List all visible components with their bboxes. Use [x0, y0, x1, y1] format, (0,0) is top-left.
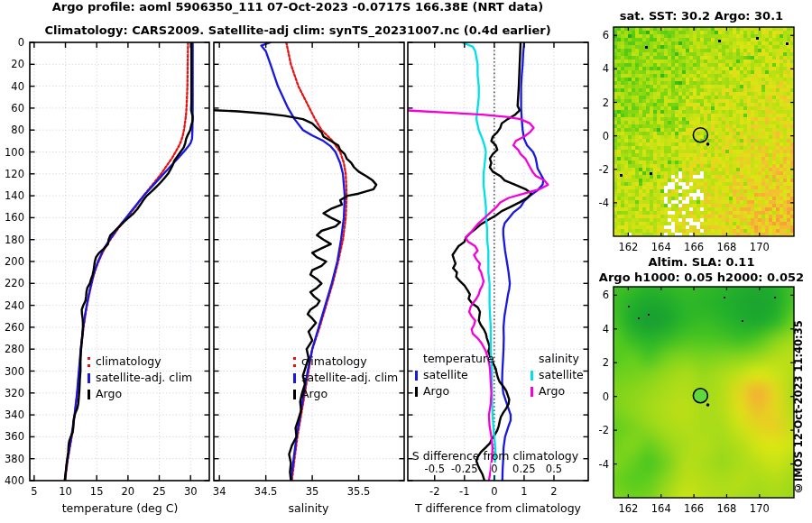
- svg-text:120: 120: [5, 168, 24, 180]
- series-t-satellite: [503, 42, 544, 481]
- svg-text:25: 25: [152, 485, 166, 498]
- legend-marker-icon: [88, 357, 90, 367]
- tick-marks: [30, 42, 209, 481]
- legend-item: Argo: [88, 386, 192, 402]
- salinity-legend: climatologysatellite-adj. climArgo: [293, 353, 398, 402]
- svg-text:2: 2: [603, 96, 609, 109]
- series-argo: [214, 110, 376, 481]
- sst-map-title: sat. SST: 30.2 Argo: 30.1: [591, 9, 812, 23]
- legend-item: Argo: [531, 383, 584, 399]
- legend-label: satellite: [423, 367, 468, 383]
- svg-text:166: 166: [684, 241, 704, 253]
- figure-title: Argo profile: aoml 5906350_111 07-Oct-20…: [0, 0, 595, 14]
- sdiff-inner-tick: 0.5: [546, 463, 562, 475]
- legend-marker-icon: [531, 371, 533, 381]
- svg-text:400: 400: [5, 474, 24, 487]
- argo-float-marker: [693, 128, 707, 142]
- svg-text:20: 20: [122, 485, 135, 498]
- svg-text:170: 170: [750, 502, 770, 515]
- grid-lines: [30, 42, 209, 481]
- small-dot-marker: [706, 403, 710, 407]
- svg-text:160: 160: [5, 211, 24, 224]
- svg-text:80: 80: [11, 124, 24, 136]
- svg-text:-4: -4: [599, 458, 609, 471]
- legend-label: Argo: [539, 383, 565, 399]
- map-tick-labels: 1621641661681706420-2-4: [599, 29, 770, 253]
- svg-text:0: 0: [603, 390, 609, 403]
- svg-text:6: 6: [603, 289, 609, 301]
- legend-label: climatology: [96, 353, 161, 370]
- svg-text:60: 60: [11, 102, 24, 115]
- svg-text:-4: -4: [599, 197, 609, 209]
- svg-text:168: 168: [716, 241, 736, 253]
- sdiff-inner-tick: 0: [491, 463, 497, 475]
- map-ticks: [614, 27, 794, 236]
- svg-text:260: 260: [5, 321, 24, 334]
- figure-subtitle: Climatology: CARS2009. Satellite-adj cli…: [0, 23, 595, 37]
- svg-text:164: 164: [651, 502, 671, 515]
- argo-profile-figure: 5101520253002040608010012014016018020022…: [0, 0, 812, 523]
- salinity-axis-label: salinity: [236, 501, 381, 515]
- legend-label: satellite-adj. clim: [301, 370, 398, 386]
- legend-item: climatology: [293, 353, 398, 370]
- sst-map-axes: 1621641661681706420-2-4: [599, 27, 794, 253]
- svg-text:4: 4: [603, 323, 609, 335]
- temperature-axis-label: temperature (deg C): [48, 501, 192, 515]
- svg-text:0: 0: [18, 36, 24, 49]
- svg-text:220: 220: [5, 277, 24, 289]
- legend-label: climatology: [301, 353, 367, 370]
- tick-labels: 3434.53535.5: [213, 485, 371, 498]
- legend-marker-icon: [293, 373, 296, 383]
- svg-text:180: 180: [5, 234, 24, 246]
- svg-text:100: 100: [5, 146, 24, 159]
- svg-text:35.5: 35.5: [347, 485, 371, 498]
- svg-text:360: 360: [5, 430, 24, 443]
- legend-marker-icon: [88, 373, 90, 383]
- svg-text:340: 340: [5, 408, 24, 421]
- svg-text:0: 0: [491, 485, 497, 498]
- svg-text:-2: -2: [599, 163, 609, 176]
- svg-text:10: 10: [59, 485, 72, 498]
- sla-map-title2: Argo h1000: 0.05 h2000: 0.052: [591, 271, 812, 284]
- sla-map-axes: 1621641661681706420-2-4: [599, 287, 794, 515]
- svg-text:170: 170: [750, 241, 770, 253]
- series-satellite-adj-clim: [262, 42, 346, 481]
- svg-text:140: 140: [5, 189, 24, 202]
- svg-text:380: 380: [5, 453, 24, 465]
- sdiff-inner-axis-label: S difference from climatology: [412, 449, 578, 463]
- svg-text:-2: -2: [599, 424, 609, 436]
- svg-text:1: 1: [521, 485, 527, 498]
- svg-text:30: 30: [184, 485, 198, 498]
- svg-text:40: 40: [11, 80, 24, 93]
- tdiff-legend: temperaturesatelliteArgo: [415, 351, 494, 399]
- svg-text:35: 35: [306, 485, 319, 498]
- svg-text:34: 34: [213, 485, 226, 498]
- svg-text:240: 240: [5, 299, 24, 312]
- legend-label: Argo: [301, 386, 328, 402]
- legend-item: satellite: [415, 367, 494, 383]
- tick-labels: 5101520253002040608010012014016018020022…: [5, 36, 197, 498]
- legend-item: satellite-adj. clim: [88, 370, 192, 386]
- difference-panel: -2-1012: [405, 42, 588, 498]
- temperature-legend: climatologysatellite-adj. climArgo: [88, 353, 192, 402]
- svg-text:164: 164: [651, 241, 671, 253]
- map-frame: [614, 27, 794, 236]
- legend-item: Argo: [293, 386, 398, 402]
- legend-label: Argo: [96, 386, 122, 402]
- legend-marker-icon: [293, 357, 296, 367]
- sdiff-inner-tick: -0.25: [451, 463, 478, 475]
- svg-text:280: 280: [5, 343, 24, 355]
- svg-text:20: 20: [11, 58, 24, 70]
- legend-marker-icon: [415, 387, 418, 397]
- series-s-argo: [405, 110, 549, 481]
- svg-text:320: 320: [5, 387, 24, 399]
- tick-labels: -2-1012: [429, 485, 558, 498]
- legend-marker-icon: [293, 390, 296, 399]
- svg-text:2: 2: [603, 356, 609, 369]
- sdiff-inner-tick: 0.25: [512, 463, 536, 475]
- svg-text:166: 166: [684, 502, 704, 515]
- legend-marker-icon: [531, 387, 533, 397]
- sdiff-inner-tick: -0.5: [425, 463, 445, 475]
- salinity-panel: 3434.53535.5: [213, 42, 404, 498]
- legend-header: salinity: [539, 351, 579, 367]
